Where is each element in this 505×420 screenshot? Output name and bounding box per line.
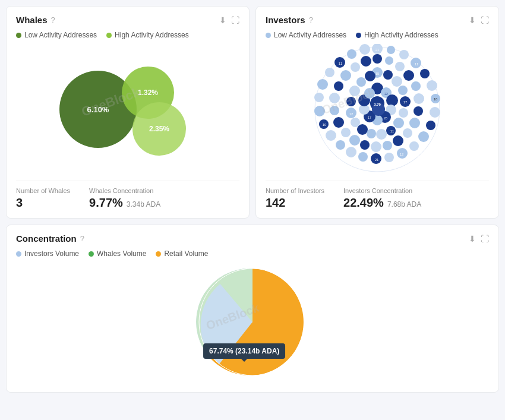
investors-expand-icon[interactable]: ⛶ xyxy=(481,15,489,25)
svg-point-57 xyxy=(376,129,387,140)
investors-actions: ⬇ ⛶ xyxy=(469,15,489,25)
svg-point-27 xyxy=(373,54,382,64)
investors-legend-high: High Activity Addresses xyxy=(356,31,438,39)
conc-investors-dot xyxy=(16,251,21,257)
whales-count-group: Number of Whales 3 xyxy=(16,187,70,210)
svg-point-3 xyxy=(399,50,409,59)
whales-conc-sub: 3.34b ADA xyxy=(127,200,160,209)
whales-header: Whales ? ⬇ ⛶ xyxy=(16,15,239,25)
svg-point-22 xyxy=(317,79,328,90)
svg-point-38 xyxy=(371,141,381,152)
svg-point-6 xyxy=(427,80,437,91)
investors-bubble-container: 21 11 18 12 21 10 11 15 17 11 12 3.79 22… xyxy=(288,44,466,175)
whales-circle-3: 2.35% xyxy=(132,102,186,156)
svg-text:10: 10 xyxy=(323,123,327,127)
svg-point-16 xyxy=(346,147,356,157)
investors-conc-sub: 7.68b ADA xyxy=(387,200,421,209)
svg-point-29 xyxy=(395,62,405,71)
svg-point-63 xyxy=(349,86,360,96)
whales-count-label: Number of Whales xyxy=(16,187,70,194)
whales-help-icon[interactable]: ? xyxy=(51,15,55,24)
svg-point-55 xyxy=(393,118,404,128)
svg-point-8 xyxy=(430,107,440,118)
investors-panel: Investors ? ⬇ ⛶ Low Activity Addresses H… xyxy=(255,6,499,219)
whales-legend-high: High Activity Addresses xyxy=(106,31,189,39)
svg-point-13 xyxy=(384,153,394,162)
investors-stats: Number of Investors 142 Investors Concen… xyxy=(266,181,489,210)
investors-title-group: Investors ? xyxy=(266,15,313,25)
svg-point-75 xyxy=(364,88,375,99)
conc-retail-dot xyxy=(156,251,161,257)
svg-text:21: 21 xyxy=(375,48,380,52)
whales-title-group: Whales ? xyxy=(16,15,55,25)
investors-conc-pct: 22.49% xyxy=(343,196,384,210)
concentration-panel: Concentration ? ⬇ ⛶ Investors Volume Wha… xyxy=(6,225,499,393)
svg-point-58 xyxy=(367,129,376,138)
svg-point-47 xyxy=(351,62,360,72)
investors-conc-group: Investors Concentration 22.49% 7.68b ADA xyxy=(343,187,421,210)
investors-count-group: Number of Investors 142 xyxy=(266,187,324,210)
svg-point-18 xyxy=(326,130,336,141)
investors-chart: 21 11 18 12 21 10 11 15 17 11 12 3.79 22… xyxy=(266,44,489,175)
concentration-expand-icon[interactable]: ⛶ xyxy=(481,234,489,244)
svg-point-40 xyxy=(349,135,360,146)
svg-point-37 xyxy=(383,141,392,150)
svg-point-21 xyxy=(314,93,324,102)
svg-point-5 xyxy=(420,69,430,78)
svg-text:26: 26 xyxy=(384,116,387,120)
concentration-pie-area: 67.74% (23.14b ADA) OneBlock xyxy=(16,263,489,384)
whales-high-dot xyxy=(106,33,112,38)
svg-point-20 xyxy=(314,106,325,116)
svg-point-15 xyxy=(358,152,368,162)
concentration-download-icon[interactable]: ⬇ xyxy=(469,234,476,244)
investors-conc-value-row: 22.49% 7.68b ADA xyxy=(343,196,421,210)
concentration-title-group: Concentration ? xyxy=(16,233,84,244)
investors-legend-low: Low Activity Addresses xyxy=(266,31,346,39)
svg-text:11: 11 xyxy=(339,62,343,65)
svg-point-52 xyxy=(398,86,408,95)
svg-point-54 xyxy=(399,108,408,118)
whales-download-icon[interactable]: ⬇ xyxy=(219,15,226,25)
svg-point-23 xyxy=(325,68,334,77)
pie-tooltip: 67.74% (23.14b ADA) xyxy=(203,343,285,359)
svg-point-45 xyxy=(334,81,343,91)
svg-point-48 xyxy=(361,56,371,67)
svg-point-31 xyxy=(411,81,421,91)
svg-point-42 xyxy=(333,117,344,128)
concentration-help-icon[interactable]: ? xyxy=(80,234,84,243)
svg-point-30 xyxy=(403,70,414,81)
conc-retail-label: Retail Volume xyxy=(164,250,208,258)
whales-legend-low: Low Activity Addresses xyxy=(16,31,97,39)
svg-point-60 xyxy=(351,118,360,127)
whales-expand-icon[interactable]: ⛶ xyxy=(231,15,239,25)
svg-text:11: 11 xyxy=(415,62,419,66)
concentration-title: Concentration xyxy=(16,233,77,244)
svg-text:3.79: 3.79 xyxy=(374,103,381,106)
svg-point-35 xyxy=(403,128,412,138)
whales-actions: ⬇ ⛶ xyxy=(219,15,239,25)
svg-point-26 xyxy=(359,44,370,55)
svg-text:21: 21 xyxy=(375,158,379,162)
investors-title: Investors xyxy=(266,15,305,25)
investors-download-icon[interactable]: ⬇ xyxy=(469,15,476,25)
whales-count-value: 3 xyxy=(16,196,70,210)
whales-low-dot xyxy=(16,33,21,38)
svg-point-36 xyxy=(393,135,403,146)
svg-point-2 xyxy=(387,46,395,54)
concentration-legend: Investors Volume Whales Volume Retail Vo… xyxy=(16,250,489,258)
svg-point-51 xyxy=(392,76,402,87)
svg-point-39 xyxy=(360,140,370,150)
svg-point-65 xyxy=(365,71,375,81)
investors-high-dot xyxy=(356,33,361,38)
svg-point-50 xyxy=(383,70,393,80)
svg-text:15: 15 xyxy=(375,72,380,75)
investors-help-icon[interactable]: ? xyxy=(309,15,313,24)
svg-point-17 xyxy=(336,140,345,150)
whales-chart: 6.10% 1.32% 2.35% OneBlock xyxy=(16,44,239,175)
whales-conc-pct: 9.77% xyxy=(89,196,123,210)
svg-point-43 xyxy=(330,106,339,115)
whales-conc-value-row: 9.77% 3.34b ADA xyxy=(89,196,160,210)
conc-legend-whales: Whales Volume xyxy=(89,250,146,258)
conc-investors-label: Investors Volume xyxy=(24,250,79,258)
pie-tooltip-text: 67.74% (23.14b ADA) xyxy=(209,347,279,355)
